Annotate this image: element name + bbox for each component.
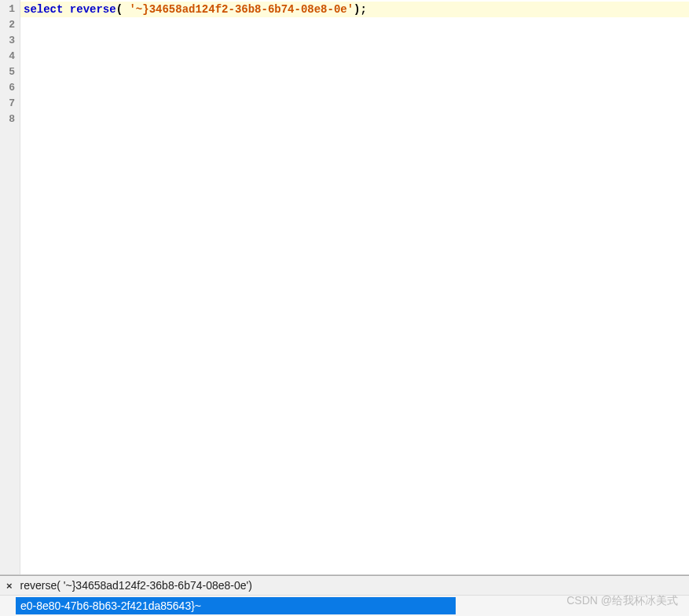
line-number: 6 [2, 80, 15, 96]
line-number-gutter: 12345678 [0, 0, 20, 574]
line-number: 7 [2, 96, 15, 112]
results-header: × reverse( '~}34658ad124f2-36b8-6b74-08e… [0, 576, 689, 596]
line-number: 1 [2, 2, 15, 17]
line-number: 2 [2, 17, 15, 33]
line-number: 4 [2, 49, 15, 64]
line-number: 8 [2, 112, 15, 127]
token-kw: reverse [70, 3, 116, 16]
code-line[interactable] [20, 64, 689, 80]
watermark: CSDN @给我杯冰美式 [566, 594, 678, 608]
code-line[interactable] [20, 112, 689, 127]
code-line[interactable] [20, 96, 689, 112]
token-str: '~}34658ad124f2-36b8-6b74-08e8-0e' [129, 3, 354, 16]
line-number: 3 [2, 33, 15, 49]
token-plain [63, 3, 69, 16]
token-plain: ( [116, 3, 130, 16]
code-line[interactable] [20, 33, 689, 49]
code-line[interactable] [20, 49, 689, 64]
close-icon[interactable]: × [5, 580, 14, 592]
token-plain: ); [354, 3, 367, 16]
code-line[interactable]: select reverse( '~}34658ad124f2-36b8-6b7… [20, 2, 689, 17]
line-number: 5 [2, 64, 15, 80]
token-kw: select [24, 3, 63, 16]
code-line[interactable] [20, 80, 689, 96]
result-row[interactable]: e0-8e80-47b6-8b63-2f421da85643}~ [16, 597, 456, 614]
code-area[interactable]: select reverse( '~}34658ad124f2-36b8-6b7… [20, 0, 689, 574]
sql-editor[interactable]: 12345678 select reverse( '~}34658ad124f2… [0, 0, 689, 575]
code-line[interactable] [20, 17, 689, 33]
result-column-header[interactable]: reverse( '~}34658ad124f2-36b8-6b74-08e8-… [20, 579, 252, 592]
